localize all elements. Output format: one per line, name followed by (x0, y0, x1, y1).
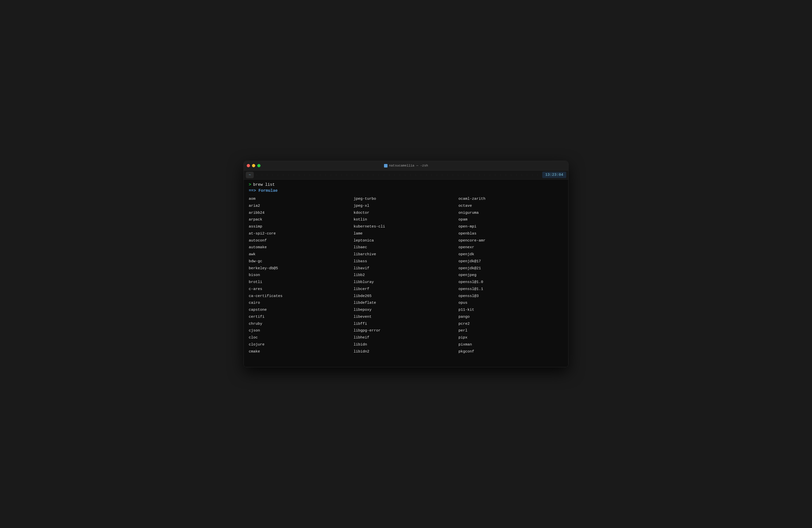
list-item: pixman (459, 341, 563, 348)
title-bar: natsucamellia — -zsh (244, 161, 568, 171)
list-item: c-ares (249, 286, 353, 293)
list-item: certifi (249, 313, 353, 321)
list-item: opencore-amr (459, 237, 563, 244)
list-item: jpeg-turbo (353, 195, 458, 203)
list-item: libidn2 (353, 348, 458, 355)
list-item: assimp (249, 223, 353, 230)
list-item: openblas (459, 230, 563, 237)
list-item: kotlin (353, 216, 458, 223)
formulae-label: Formulae (259, 189, 278, 193)
list-item: openjdk@21 (459, 265, 563, 272)
list-item: perl (459, 327, 563, 334)
list-item: bdw-gc (249, 258, 353, 265)
list-item: opus (459, 299, 563, 307)
terminal-content[interactable]: > brew list ==> Formulae aomjpeg-turbooc… (244, 179, 568, 367)
list-item: libgpg-error (353, 327, 458, 334)
list-item: capstone (249, 307, 353, 313)
list-item: libidn (353, 341, 458, 348)
list-item: p11-kit (459, 307, 563, 313)
list-item: libde265 (353, 293, 458, 300)
terminal-window: natsucamellia — -zsh ~ · · · · · · · · ·… (244, 161, 568, 367)
list-item: aria2 (249, 203, 353, 209)
list-item: open-mpi (459, 223, 563, 230)
list-item: kdoctor (353, 209, 458, 217)
list-item: libass (353, 258, 458, 265)
active-tab[interactable]: ~ (246, 172, 254, 178)
clock-display: 13:23:04 (542, 172, 566, 178)
list-item: openjpeg (459, 272, 563, 279)
list-item: openjdk (459, 251, 563, 258)
list-item: libffi (353, 321, 458, 327)
list-item: arpack (249, 216, 353, 223)
maximize-button[interactable] (257, 164, 261, 167)
formulae-arrow-icon: ==> (249, 189, 256, 193)
list-item: libepoxy (353, 307, 458, 313)
list-item: libcerf (353, 286, 458, 293)
list-item: libaec (353, 244, 458, 251)
list-item: awk (249, 251, 353, 258)
list-item: cairo (249, 299, 353, 307)
list-item: lame (353, 230, 458, 237)
dots-decoration: · · · · · · · · · · · · · · · · · · · · … (256, 174, 540, 176)
window-title: natsucamellia — -zsh (384, 164, 428, 167)
list-item: autoconf (249, 237, 353, 244)
list-item: openssl@1.0 (459, 279, 563, 286)
list-item: openexr (459, 244, 563, 251)
list-item: pcre2 (459, 321, 563, 327)
prompt-arrow: > (249, 182, 251, 187)
list-item: libevent (353, 313, 458, 321)
package-list: aomjpeg-turboocaml-zaritharia2jpeg-xloct… (249, 195, 563, 355)
list-item: libheif (353, 334, 458, 341)
list-item: libdeflate (353, 299, 458, 307)
list-item: libavif (353, 265, 458, 272)
list-item: pipx (459, 334, 563, 341)
list-item: pango (459, 313, 563, 321)
list-item: brotli (249, 279, 353, 286)
list-item: aom (249, 195, 353, 203)
command-text: brew list (253, 182, 275, 187)
list-item: cmake (249, 348, 353, 355)
list-item: openjdk@17 (459, 258, 563, 265)
list-item: opam (459, 216, 563, 223)
list-item: cloc (249, 334, 353, 341)
list-item: ocaml-zarith (459, 195, 563, 203)
list-item: libb2 (353, 272, 458, 279)
tab-icon: ~ (249, 173, 251, 177)
dots-area: · · · · · · · · · · · · · · · · · · · · … (254, 174, 542, 176)
minimize-button[interactable] (252, 164, 255, 167)
list-item: cjson (249, 327, 353, 334)
traffic-lights (247, 164, 261, 167)
list-item: openssl@1.1 (459, 286, 563, 293)
list-item: at-spi2-core (249, 230, 353, 237)
tab-bar: ~ · · · · · · · · · · · · · · · · · · · … (244, 171, 568, 179)
list-item: jpeg-xl (353, 203, 458, 209)
list-item: chruby (249, 321, 353, 327)
list-item: libarchive (353, 251, 458, 258)
list-item: aribb24 (249, 209, 353, 217)
list-item: libbluray (353, 279, 458, 286)
prompt-line: > brew list (249, 182, 563, 187)
list-item: clojure (249, 341, 353, 348)
list-item: berkeley-db@5 (249, 265, 353, 272)
list-item: bison (249, 272, 353, 279)
list-item: oniguruma (459, 209, 563, 217)
list-item: octave (459, 203, 563, 209)
folder-icon (384, 164, 388, 167)
list-item: openssl@3 (459, 293, 563, 300)
list-item: automake (249, 244, 353, 251)
list-item: kubernetes-cli (353, 223, 458, 230)
formulae-line: ==> Formulae (249, 189, 563, 193)
close-button[interactable] (247, 164, 250, 167)
list-item: pkgconf (459, 348, 563, 355)
list-item: ca-certificates (249, 293, 353, 300)
list-item: leptonica (353, 237, 458, 244)
